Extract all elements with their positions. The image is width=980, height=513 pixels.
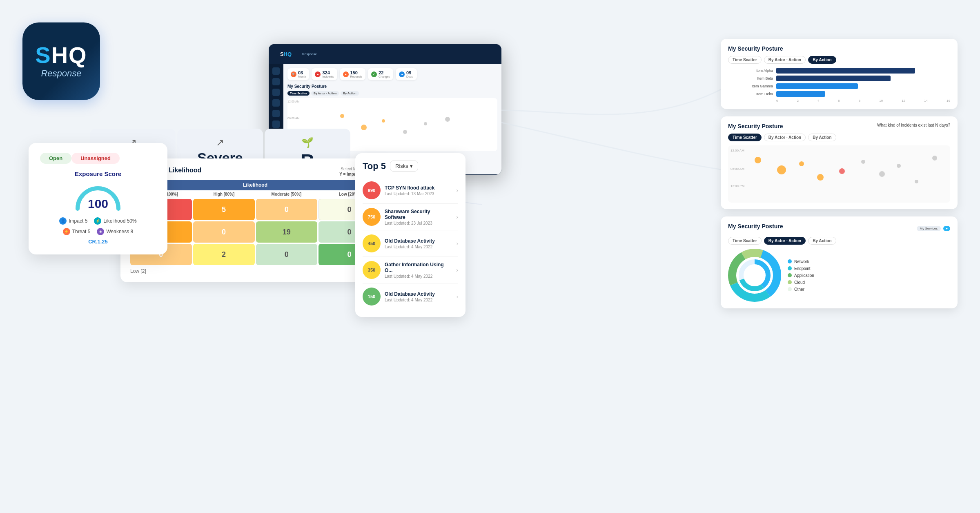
risk-item-4[interactable]: 350 Gather Information Using O... Last U… xyxy=(363,257,458,283)
scatter-dot-1 xyxy=(340,114,344,118)
pill-by-action[interactable]: By Action xyxy=(341,91,359,96)
stat-chip-month[interactable]: 🔍 03 Month xyxy=(287,68,309,80)
right-panel: My Security Posture Time Scatter By Acto… xyxy=(721,39,958,308)
legend-dot-endpoint xyxy=(788,266,792,270)
tab-unassigned[interactable]: Unassigned xyxy=(71,153,120,164)
stat-chip-incidents[interactable]: ● 324 Incidents xyxy=(312,68,337,80)
posture-pill-1-action[interactable]: By Action xyxy=(808,56,836,64)
legend-network: Network xyxy=(788,259,814,264)
stat-card-maturity-icon: 🌱 xyxy=(301,137,314,148)
risk-item-1[interactable]: 990 TCP SYN flood attack Last Updated: 1… xyxy=(363,177,458,204)
metric-icon-threat: ⚡ xyxy=(63,228,70,235)
sdot-1 xyxy=(755,157,761,163)
scatter-question: What kind of incidents exist last N days… xyxy=(877,123,950,127)
legend-dot-network xyxy=(788,259,792,263)
posture-pill-2-actor[interactable]: By Actor · Action xyxy=(764,134,806,141)
legend-dot-application xyxy=(788,273,792,277)
stat-chip-docs[interactable]: ☁ 09 Docs xyxy=(396,68,417,80)
stat-num-changes: 22 xyxy=(379,70,390,75)
nav-icon-4[interactable] xyxy=(272,99,280,107)
bar-label-1: Item Alpha xyxy=(728,69,773,73)
stat-chip-changes[interactable]: ✓ 22 Changes xyxy=(368,68,393,80)
bar-row-1: Item Alpha xyxy=(728,68,950,74)
posture-pill-1-actor[interactable]: By Actor · Action xyxy=(764,56,806,64)
bar-fill-3 xyxy=(776,83,858,89)
legend-cloud: Cloud xyxy=(788,280,814,285)
risk-info-4: Gather Information Using O... Last Updat… xyxy=(385,262,452,279)
cell-r3c3: 0 xyxy=(256,244,318,265)
logo: SHQ Response xyxy=(22,22,100,100)
bar-row-2: Item Beta xyxy=(728,76,950,81)
posture-card-3-title: My Security Posture xyxy=(728,223,783,230)
posture-filter-row-1: Time Scatter By Actor · Action By Action xyxy=(728,56,950,64)
risk-info-3: Old Database Activity Last Updated: 4 Ma… xyxy=(385,238,452,249)
y-axis-mid: 06:00 AM xyxy=(287,117,300,120)
nav-icon-6[interactable] xyxy=(272,120,280,128)
pill-by-actor[interactable]: By Actor · Action xyxy=(311,91,339,96)
nav-icon-3[interactable] xyxy=(272,89,280,96)
stat-label-docs: Docs xyxy=(406,75,413,78)
scatter-y-1: 12:00 AM xyxy=(731,149,744,152)
metric-weakness: ◈ Weakness 8 xyxy=(97,228,133,235)
nav-icon-5[interactable] xyxy=(272,110,280,117)
stat-icon-docs: ☁ xyxy=(399,71,405,77)
logo-text: SHQ xyxy=(35,44,87,67)
posture-pill-3-action[interactable]: By Action xyxy=(808,237,836,245)
chevron-right-icon-4: › xyxy=(456,267,458,273)
posture-pill-2-time[interactable]: Time Scatter xyxy=(728,134,762,141)
pill-time-scatter[interactable]: Time Scatter xyxy=(287,91,310,96)
top5-dropdown[interactable]: Risks ▾ xyxy=(390,161,418,172)
legend-label-network: Network xyxy=(794,259,809,264)
chevron-right-icon-5: › xyxy=(456,293,458,300)
posture-pill-1-time[interactable]: Time Scatter xyxy=(728,56,762,64)
risk-name-3: Old Database Activity xyxy=(385,238,452,244)
logo-s: S xyxy=(35,42,51,68)
posture-pill-2-action[interactable]: By Action xyxy=(808,134,836,141)
posture-label: My Security Posture xyxy=(287,84,497,89)
risk-name-1: TCP SYN flood attack xyxy=(385,185,452,191)
axis-4: 4 xyxy=(817,99,819,103)
posture-pill-3-time[interactable]: Time Scatter xyxy=(728,237,762,245)
stat-label-changes: Changes xyxy=(379,75,390,78)
nav-icon-1[interactable] xyxy=(272,67,280,75)
donut-svg xyxy=(728,249,781,302)
axis-0: 0 xyxy=(776,99,778,103)
y-axis-top: 12:00 AM xyxy=(287,100,300,103)
risk-badge-350: 350 xyxy=(363,261,381,279)
posture-pill-3-actor[interactable]: By Actor · Action xyxy=(764,237,806,245)
axis-8: 8 xyxy=(859,99,860,103)
bar-fill-2 xyxy=(776,76,891,81)
legend-dot-other xyxy=(788,287,792,291)
nav-icon-2[interactable] xyxy=(272,78,280,85)
tab-open[interactable]: Open xyxy=(40,153,71,164)
risk-item-5[interactable]: 150 Old Database Activity Last Updated: … xyxy=(363,283,458,310)
stat-label-incidents: Incidents xyxy=(322,75,334,78)
posture-card-1-title: My Security Posture xyxy=(728,45,950,52)
risk-badge-450: 450 xyxy=(363,234,381,252)
logo-hq: HQ xyxy=(51,42,87,68)
stat-icon-changes: ✓ xyxy=(371,71,377,77)
bar-label-4: Item Delta xyxy=(728,92,773,96)
sdot-5 xyxy=(839,168,845,174)
sdot-6 xyxy=(861,160,865,164)
cell-r1c2: 5 xyxy=(193,199,255,220)
stat-icon-incidents: ● xyxy=(315,71,321,77)
chevron-down-icon: ▾ xyxy=(410,163,413,169)
metric-likelihood: ⚡ Likelihood 50% xyxy=(94,217,136,225)
posture-card-bar: My Security Posture Time Scatter By Acto… xyxy=(721,39,958,109)
chevron-right-icon-1: › xyxy=(456,187,458,194)
risk-item-3[interactable]: 450 Old Database Activity Last Updated: … xyxy=(363,230,458,257)
stat-num-month: 03 xyxy=(298,70,306,75)
cell-r2c2: 0 xyxy=(193,221,255,243)
metric-label-impact: Impact 5 xyxy=(69,218,87,224)
stat-icon-month: 🔍 xyxy=(291,71,296,77)
risk-name-5: Old Database Activity xyxy=(385,291,452,297)
bar-label-2: Item Beta xyxy=(728,76,773,80)
chevron-right-icon-2: › xyxy=(456,214,458,220)
risk-date-5: Last Updated: 4 May 2022 xyxy=(385,298,452,302)
risk-item-2[interactable]: 750 Shareware Security Software Last Upd… xyxy=(363,204,458,230)
stat-label-requests: Requests xyxy=(350,75,363,78)
risk-badge-150: 150 xyxy=(363,288,381,306)
stat-chip-requests[interactable]: ● 150 Requests xyxy=(340,68,366,80)
my-services-active: ● xyxy=(943,226,950,231)
